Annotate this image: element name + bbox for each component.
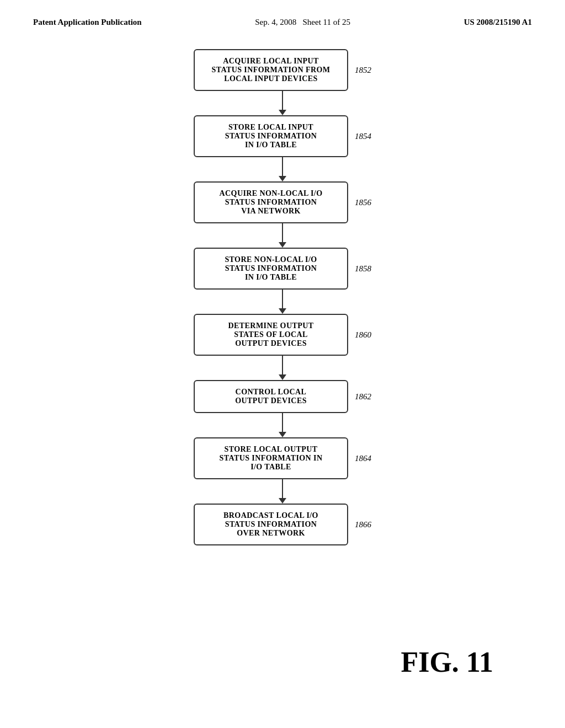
box-label-1860: 1860	[355, 330, 371, 340]
flowchart-box-1852: ACQUIRE LOCAL INPUTSTATUS INFORMATION FR…	[194, 49, 348, 91]
box-label-1858: 1858	[355, 264, 371, 274]
flowchart-box-1866: BROADCAST LOCAL I/OSTATUS INFORMATIONOVE…	[194, 504, 348, 545]
box-label-1854: 1854	[355, 132, 371, 141]
arrow-7	[279, 479, 286, 504]
page-header: Patent Application Publication Sep. 4, 2…	[0, 0, 565, 27]
arrow-head-3	[279, 242, 286, 248]
box-label-1856: 1856	[355, 198, 371, 207]
arrow-5	[279, 356, 286, 380]
arrow-head-1	[279, 110, 286, 115]
arrow-line-3	[282, 223, 283, 242]
publication-title: Patent Application Publication	[33, 18, 142, 27]
publication-number: US 2008/215190 A1	[464, 18, 532, 27]
box-label-1852: 1852	[355, 66, 371, 75]
flowchart-box-1854: STORE LOCAL INPUTSTATUS INFORMATIONIN I/…	[194, 115, 348, 157]
figure-label: FIG. 11	[401, 646, 493, 678]
arrow-line-1	[282, 91, 283, 110]
box-label-1862: 1862	[355, 392, 371, 402]
box-label-1864: 1864	[355, 454, 371, 463]
arrow-line-2	[282, 157, 283, 176]
arrow-4	[279, 290, 286, 314]
flowchart-row-1854: STORE LOCAL INPUTSTATUS INFORMATIONIN I/…	[194, 115, 371, 157]
arrow-2	[279, 157, 286, 181]
flowchart-diagram: ACQUIRE LOCAL INPUTSTATUS INFORMATION FR…	[0, 49, 565, 545]
arrow-head-7	[279, 498, 286, 504]
sheet-number: Sheet 11 of 25	[303, 18, 351, 26]
flowchart-box-1864: STORE LOCAL OUTPUTSTATUS INFORMATION INI…	[194, 437, 348, 479]
flowchart-row-1858: STORE NON-LOCAL I/OSTATUS INFORMATIONIN …	[194, 248, 371, 290]
flowchart-row-1860: DETERMINE OUTPUTSTATES OF LOCALOUTPUT DE…	[194, 314, 371, 356]
flowchart-row-1852: ACQUIRE LOCAL INPUTSTATUS INFORMATION FR…	[194, 49, 371, 91]
box-label-1866: 1866	[355, 520, 371, 529]
arrow-line-4	[282, 290, 283, 308]
arrow-line-5	[282, 356, 283, 374]
publication-date: Sep. 4, 2008	[255, 18, 296, 26]
flowchart-box-1862: CONTROL LOCALOUTPUT DEVICES	[194, 380, 348, 413]
arrow-head-6	[279, 432, 286, 437]
flowchart-row-1856: ACQUIRE NON-LOCAL I/OSTATUS INFORMATIONV…	[194, 181, 371, 223]
arrow-head-4	[279, 308, 286, 314]
arrow-1	[279, 91, 286, 115]
flowchart-box-1858: STORE NON-LOCAL I/OSTATUS INFORMATIONIN …	[194, 248, 348, 290]
arrow-line-7	[282, 479, 283, 498]
arrow-head-5	[279, 374, 286, 380]
flowchart-box-1856: ACQUIRE NON-LOCAL I/OSTATUS INFORMATIONV…	[194, 181, 348, 223]
flowchart-box-1860: DETERMINE OUTPUTSTATES OF LOCALOUTPUT DE…	[194, 314, 348, 356]
arrow-line-6	[282, 413, 283, 432]
arrow-6	[279, 413, 286, 437]
arrow-head-2	[279, 176, 286, 181]
flowchart-row-1866: BROADCAST LOCAL I/OSTATUS INFORMATIONOVE…	[194, 504, 371, 545]
arrow-3	[279, 223, 286, 248]
flowchart-row-1862: CONTROL LOCALOUTPUT DEVICES 1862	[194, 380, 371, 413]
flowchart-row-1864: STORE LOCAL OUTPUTSTATUS INFORMATION INI…	[194, 437, 371, 479]
publication-date-sheet: Sep. 4, 2008 Sheet 11 of 25	[255, 18, 350, 27]
